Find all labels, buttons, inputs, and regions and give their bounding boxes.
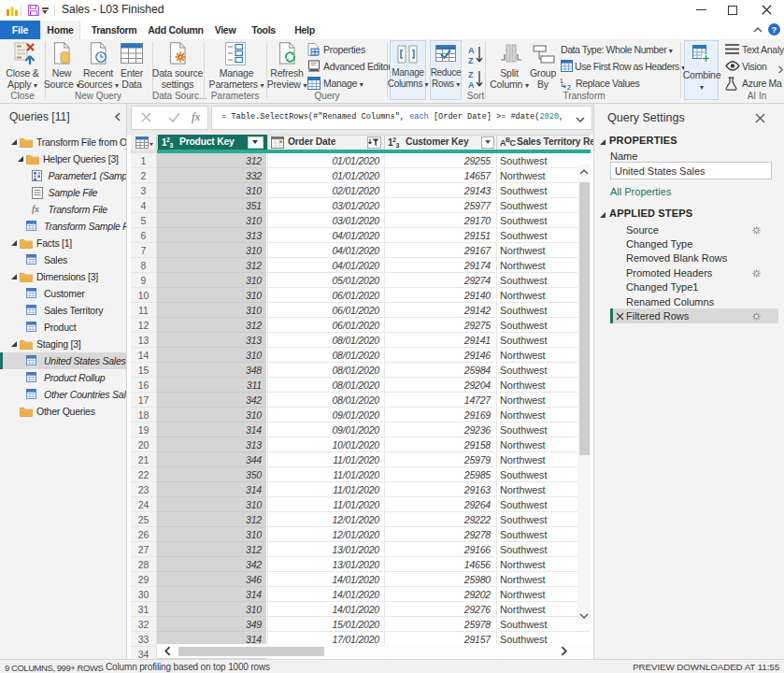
svg-text:A: A — [468, 80, 475, 90]
svg-text:A: A — [468, 46, 475, 55]
svg-text:2: 2 — [567, 84, 571, 91]
svg-text:Z: Z — [468, 70, 474, 79]
svg-text:1: 1 — [560, 78, 563, 84]
svg-text:Z: Z — [468, 56, 474, 65]
